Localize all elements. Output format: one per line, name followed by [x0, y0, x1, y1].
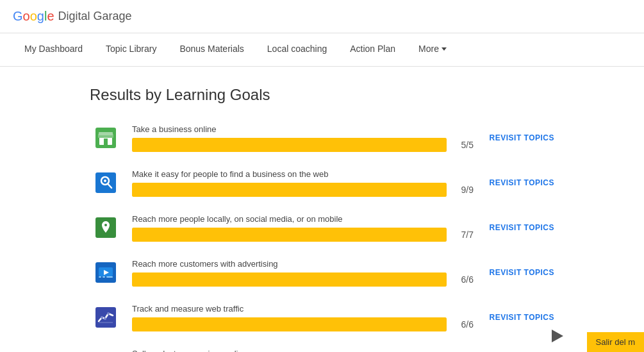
goal-icon-4: [90, 256, 122, 289]
revisit-topics-button[interactable]: REVISIT TOPICS: [484, 268, 554, 277]
goal-row: Sell products or services online 4/4 REV…: [90, 346, 554, 352]
goal-row: Track and measure web traffic 6/6 REVISI…: [90, 301, 554, 333]
progress-row: 6/6: [132, 272, 474, 287]
nav-item-topic-library[interactable]: Topic Library: [94, 33, 168, 67]
revisit-topics-button[interactable]: REVISIT TOPICS: [484, 223, 554, 232]
revisit-topics-button[interactable]: REVISIT TOPICS: [484, 313, 554, 322]
goal-content-4: Reach more customers with advertising 6/…: [132, 259, 474, 287]
product-name: Digital Garage: [58, 10, 132, 23]
goal-icon-3: [90, 212, 122, 244]
goal-label: Sell products or services online: [132, 349, 474, 353]
goal-label: Reach more customers with advertising: [132, 259, 474, 269]
svg-rect-5: [108, 138, 111, 142]
nav-bar: My Dashboard Topic Library Bonus Materia…: [0, 33, 644, 67]
chevron-down-icon: [442, 47, 447, 51]
progress-bar-fill: [132, 183, 447, 197]
nav-item-more[interactable]: More: [407, 33, 458, 67]
goal-content-1: Take a business online 5/5: [132, 124, 474, 152]
progress-row: 6/6: [132, 317, 474, 331]
svg-rect-15: [99, 276, 101, 278]
brand-logo[interactable]: Google Digital Garage: [13, 9, 132, 24]
svg-point-19: [101, 316, 103, 319]
svg-point-10: [104, 180, 106, 182]
main-content: Results by Learning Goals Take a busines…: [0, 67, 644, 352]
progress-score: 6/6: [453, 274, 474, 285]
google-wordmark: Google: [13, 9, 54, 24]
svg-point-21: [107, 312, 110, 315]
goal-icon-6: [90, 346, 122, 352]
goal-icon-1: [90, 122, 122, 154]
play-icon: [552, 330, 563, 342]
progress-bar-container: [132, 228, 447, 242]
nav-item-action-plan[interactable]: Action Plan: [338, 33, 407, 67]
goal-content-3: Reach more people locally, on social med…: [132, 214, 474, 242]
nav-item-my-dashboard[interactable]: My Dashboard: [13, 33, 94, 67]
goal-row: Reach more people locally, on social med…: [90, 212, 554, 244]
goal-label: Take a business online: [132, 124, 474, 134]
goal-row: Make it easy for people to find a busine…: [90, 167, 554, 199]
video-play-button[interactable]: [548, 326, 567, 346]
goal-content-6: Sell products or services online 4/4: [132, 349, 474, 353]
goal-label: Reach more people locally, on social med…: [132, 214, 474, 224]
svg-rect-7: [95, 172, 116, 193]
progress-row: 5/5: [132, 138, 474, 152]
progress-bar-fill: [132, 317, 447, 331]
progress-bar-fill: [132, 228, 447, 242]
brand-bar: Google Digital Garage: [0, 0, 644, 33]
goal-row: Take a business online 5/5 REVISIT TOPIC…: [90, 122, 554, 154]
goal-label: Make it easy for people to find a busine…: [132, 169, 474, 179]
svg-rect-3: [104, 138, 108, 145]
nav-item-bonus-materials[interactable]: Bonus Materials: [168, 33, 255, 67]
salir-button[interactable]: Salir del m: [587, 332, 644, 352]
svg-rect-16: [103, 276, 105, 278]
nav-item-local-coaching[interactable]: Local coaching: [256, 33, 338, 67]
progress-bar-container: [132, 272, 447, 287]
revisit-topics-button[interactable]: REVISIT TOPICS: [484, 178, 554, 187]
goal-icon-5: [90, 301, 122, 333]
svg-point-20: [104, 317, 106, 320]
progress-bar-container: [132, 317, 447, 331]
section-title: Results by Learning Goals: [90, 86, 554, 104]
svg-rect-4: [101, 138, 103, 142]
progress-score: 7/7: [453, 230, 474, 240]
goal-row: Reach more customers with advertising 6/…: [90, 256, 554, 289]
progress-score: 6/6: [453, 319, 474, 330]
svg-rect-17: [106, 276, 113, 278]
goal-icon-2: [90, 167, 122, 199]
progress-bar-fill: [132, 272, 447, 287]
progress-score: 9/9: [453, 185, 474, 195]
progress-bar-fill: [132, 138, 447, 152]
goals-list: Take a business online 5/5 REVISIT TOPIC…: [90, 122, 554, 352]
progress-bar-container: [132, 138, 447, 152]
goal-content-2: Make it easy for people to find a busine…: [132, 169, 474, 197]
progress-bar-container: [132, 183, 447, 197]
goal-label: Track and measure web traffic: [132, 304, 474, 314]
progress-score: 5/5: [453, 140, 474, 150]
svg-rect-6: [99, 132, 113, 135]
progress-row: 7/7: [132, 228, 474, 242]
progress-row: 9/9: [132, 183, 474, 197]
revisit-topics-button[interactable]: REVISIT TOPICS: [484, 133, 554, 142]
goal-content-5: Track and measure web traffic 6/6: [132, 304, 474, 331]
